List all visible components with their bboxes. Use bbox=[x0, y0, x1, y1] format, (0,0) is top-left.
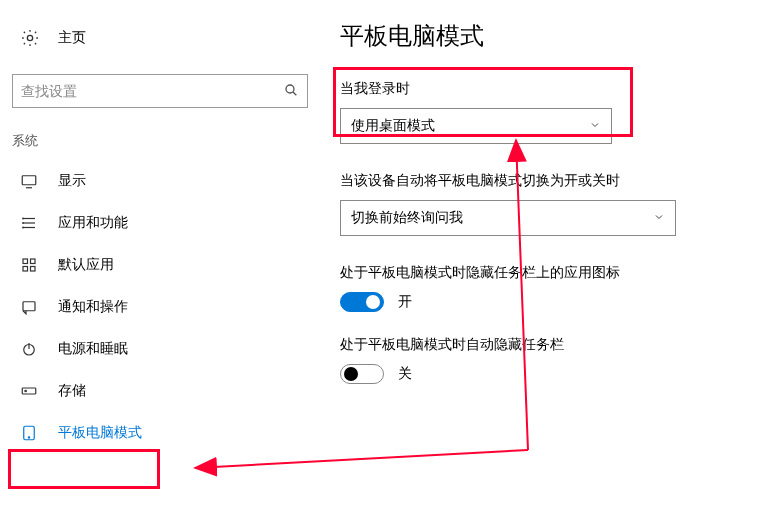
hide-taskbar-toggle[interactable] bbox=[340, 364, 384, 384]
svg-rect-18 bbox=[22, 388, 36, 394]
autoswitch-value: 切换前始终询问我 bbox=[351, 209, 463, 227]
sidebar-item-label: 默认应用 bbox=[58, 256, 114, 274]
chevron-down-icon bbox=[589, 118, 601, 134]
storage-icon bbox=[20, 382, 38, 400]
notifications-icon bbox=[20, 298, 38, 316]
tablet-icon bbox=[20, 424, 38, 442]
home-label: 主页 bbox=[58, 29, 86, 47]
svg-point-8 bbox=[23, 218, 24, 219]
hide-icons-label: 处于平板电脑模式时隐藏任务栏上的应用图标 bbox=[340, 264, 745, 282]
sidebar-item-label: 应用和功能 bbox=[58, 214, 128, 232]
signin-value: 使用桌面模式 bbox=[351, 117, 435, 135]
chevron-down-icon bbox=[653, 210, 665, 226]
hide-taskbar-label: 处于平板电脑模式时自动隐藏任务栏 bbox=[340, 336, 745, 354]
hide-taskbar-state: 关 bbox=[398, 365, 412, 383]
svg-point-1 bbox=[286, 85, 294, 93]
sidebar-item-storage[interactable]: 存储 bbox=[10, 370, 310, 412]
svg-rect-11 bbox=[23, 259, 28, 264]
sidebar-item-default-apps[interactable]: 默认应用 bbox=[10, 244, 310, 286]
svg-line-2 bbox=[293, 92, 296, 95]
sidebar-item-label: 电源和睡眠 bbox=[58, 340, 128, 358]
svg-rect-12 bbox=[31, 259, 36, 264]
autoswitch-label: 当该设备自动将平板电脑模式切换为开或关时 bbox=[340, 172, 745, 190]
hide-icons-group: 处于平板电脑模式时隐藏任务栏上的应用图标 开 bbox=[340, 264, 745, 312]
svg-point-19 bbox=[25, 390, 27, 392]
display-icon bbox=[20, 172, 38, 190]
sidebar-item-label: 通知和操作 bbox=[58, 298, 128, 316]
svg-rect-15 bbox=[23, 302, 35, 311]
hide-taskbar-group: 处于平板电脑模式时自动隐藏任务栏 关 bbox=[340, 336, 745, 384]
section-label: 系统 bbox=[10, 128, 310, 160]
svg-rect-3 bbox=[22, 176, 36, 185]
default-apps-icon bbox=[20, 256, 38, 274]
sidebar-item-display[interactable]: 显示 bbox=[10, 160, 310, 202]
sidebar-item-label: 平板电脑模式 bbox=[58, 424, 142, 442]
search-icon bbox=[283, 82, 299, 101]
svg-rect-14 bbox=[31, 267, 36, 272]
sidebar-item-tablet[interactable]: 平板电脑模式 bbox=[10, 412, 310, 454]
main-content: 平板电脑模式 当我登录时 使用桌面模式 当该设备自动将平板电脑模式切换为开或关时… bbox=[320, 0, 765, 508]
sidebar-item-label: 存储 bbox=[58, 382, 86, 400]
svg-point-21 bbox=[28, 437, 29, 438]
hide-icons-state: 开 bbox=[398, 293, 412, 311]
signin-select[interactable]: 使用桌面模式 bbox=[340, 108, 612, 144]
power-icon bbox=[20, 340, 38, 358]
sidebar: 主页 系统 显示 bbox=[0, 0, 320, 508]
signin-label: 当我登录时 bbox=[340, 80, 745, 98]
svg-rect-13 bbox=[23, 267, 28, 272]
search-input[interactable] bbox=[21, 83, 283, 99]
svg-point-0 bbox=[27, 35, 32, 40]
page-title: 平板电脑模式 bbox=[340, 20, 745, 52]
gear-icon bbox=[20, 28, 40, 48]
search-box[interactable] bbox=[12, 74, 308, 108]
svg-point-9 bbox=[23, 223, 24, 224]
autoswitch-select[interactable]: 切换前始终询问我 bbox=[340, 200, 676, 236]
autoswitch-group: 当该设备自动将平板电脑模式切换为开或关时 切换前始终询问我 bbox=[340, 172, 745, 236]
sidebar-item-power[interactable]: 电源和睡眠 bbox=[10, 328, 310, 370]
sidebar-item-notifications[interactable]: 通知和操作 bbox=[10, 286, 310, 328]
nav-list: 显示 应用和功能 默认应用 bbox=[10, 160, 310, 454]
home-button[interactable]: 主页 bbox=[10, 20, 310, 56]
sidebar-item-label: 显示 bbox=[58, 172, 86, 190]
hide-icons-toggle[interactable] bbox=[340, 292, 384, 312]
apps-icon bbox=[20, 214, 38, 232]
svg-point-10 bbox=[23, 227, 24, 228]
sidebar-item-apps[interactable]: 应用和功能 bbox=[10, 202, 310, 244]
signin-group: 当我登录时 使用桌面模式 bbox=[340, 80, 745, 144]
